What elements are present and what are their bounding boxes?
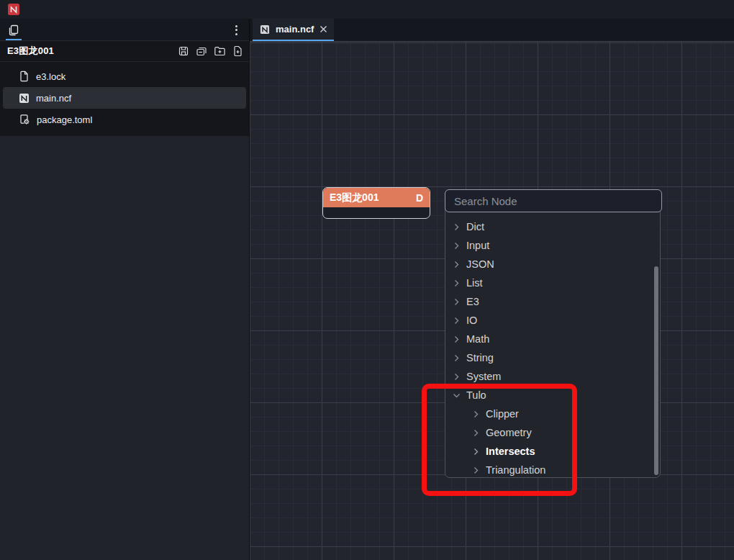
tree-item-label: Triangulation — [486, 464, 545, 476]
chevron-right-icon — [453, 242, 460, 250]
chevron-right-icon — [453, 317, 460, 325]
file-name: e3.lock — [36, 71, 65, 82]
tree-item-intersects[interactable]: Intersects — [445, 442, 660, 461]
tree-item-label: Geometry — [486, 427, 532, 438]
tree-item-tulo[interactable]: Tulo — [445, 386, 660, 405]
tree-item-label: String — [466, 352, 494, 363]
chevron-right-icon — [453, 279, 460, 287]
tree-item-label: Math — [466, 333, 489, 345]
tree-item-label: Intersects — [486, 446, 535, 457]
chevron-right-icon — [473, 410, 479, 418]
node-header: E3图龙001 D — [323, 188, 430, 207]
tree-item-label: IO — [466, 315, 477, 326]
tree-item-label: System — [466, 371, 501, 382]
file-row-packagetoml[interactable]: package.toml — [0, 109, 249, 130]
ncf-logo-icon — [19, 93, 30, 104]
sidebar-menu-button[interactable] — [230, 23, 243, 37]
file-name: package.toml — [37, 114, 92, 125]
chevron-right-icon — [473, 429, 479, 437]
node-badge: D — [416, 192, 423, 204]
tree-item-list[interactable]: List — [445, 274, 660, 292]
save-all-icon[interactable] — [178, 45, 189, 57]
graph-node[interactable]: E3图龙001 D — [322, 187, 430, 219]
node-graph-canvas[interactable]: E3图龙001 D Dict Input JSON List — [250, 41, 734, 560]
file-list: e3.lock main.ncf package.to — [0, 62, 249, 136]
sidebar-tabstrip — [0, 19, 249, 41]
chevron-right-icon — [453, 298, 460, 306]
file-row-mainncf[interactable]: main.ncf — [3, 87, 246, 109]
collapse-all-icon[interactable] — [196, 45, 207, 57]
tree-item-label: Clipper — [486, 408, 519, 420]
tree-item-io[interactable]: IO — [445, 311, 660, 330]
files-panel-tab[interactable] — [6, 22, 22, 40]
node-category-tree: Dict Input JSON List E3 IO — [445, 217, 660, 479]
app-logo-icon — [8, 4, 19, 15]
tree-item-string[interactable]: String — [445, 348, 660, 367]
chevron-right-icon — [473, 448, 479, 456]
search-node-input[interactable] — [445, 189, 662, 212]
file-icon — [19, 71, 30, 82]
ncf-logo-icon — [260, 24, 270, 35]
tree-item-clipper[interactable]: Clipper — [445, 405, 660, 423]
file-gear-icon — [19, 114, 30, 125]
tree-item-geometry[interactable]: Geometry — [445, 423, 660, 442]
chevron-down-icon — [453, 392, 460, 399]
node-search-panel: Dict Input JSON List E3 IO — [445, 189, 661, 478]
titlebar — [0, 0, 734, 19]
chevron-right-icon — [453, 261, 460, 268]
panel-scrollbar-thumb[interactable] — [654, 266, 658, 475]
new-file-icon[interactable] — [232, 45, 243, 57]
tree-item-label: Tulo — [466, 389, 486, 401]
tree-item-label: JSON — [466, 258, 494, 270]
editor-tabbar: main.ncf — [250, 19, 734, 41]
chevron-right-icon — [453, 373, 460, 381]
node-title: E3图龙001 — [330, 191, 416, 204]
tree-item-system[interactable]: System — [445, 367, 660, 386]
tree-item-label: E3 — [466, 296, 479, 307]
tree-item-math[interactable]: Math — [445, 330, 660, 348]
tree-item-triangulation[interactable]: Triangulation — [445, 461, 660, 479]
tree-item-label: Input — [466, 240, 489, 251]
chevron-right-icon — [473, 466, 479, 474]
explorer-sidebar: E3图龙001 — [0, 19, 250, 560]
chevron-right-icon — [453, 335, 460, 343]
project-header: E3图龙001 — [0, 41, 249, 62]
tab-close-icon[interactable] — [320, 25, 327, 33]
tree-item-e3[interactable]: E3 — [445, 292, 660, 311]
new-folder-icon[interactable] — [214, 45, 226, 57]
tree-item-dict[interactable]: Dict — [445, 217, 660, 236]
file-name: main.ncf — [36, 93, 71, 104]
chevron-right-icon — [453, 354, 460, 362]
file-row-e3lock[interactable]: e3.lock — [0, 66, 249, 87]
project-actions — [178, 45, 243, 57]
tab-label: main.ncf — [276, 24, 314, 35]
chevron-right-icon — [453, 223, 460, 231]
tree-item-label: List — [466, 277, 483, 289]
tab-mainncf[interactable]: main.ncf — [253, 19, 334, 41]
tree-item-input[interactable]: Input — [445, 236, 660, 255]
tree-item-label: Dict — [466, 221, 484, 232]
tree-item-json[interactable]: JSON — [445, 255, 660, 274]
copy-files-icon — [8, 24, 19, 36]
project-title: E3图龙001 — [7, 45, 178, 58]
